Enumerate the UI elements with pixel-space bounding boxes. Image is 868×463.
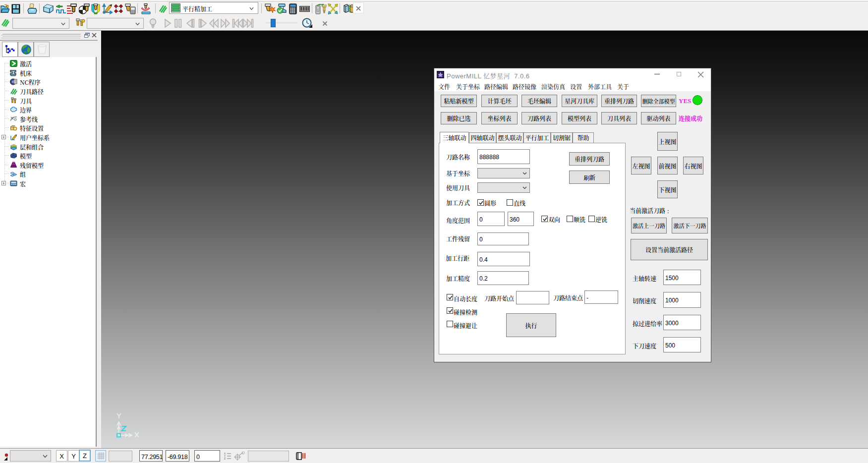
- svg-text:Z: Z: [224, 458, 226, 460]
